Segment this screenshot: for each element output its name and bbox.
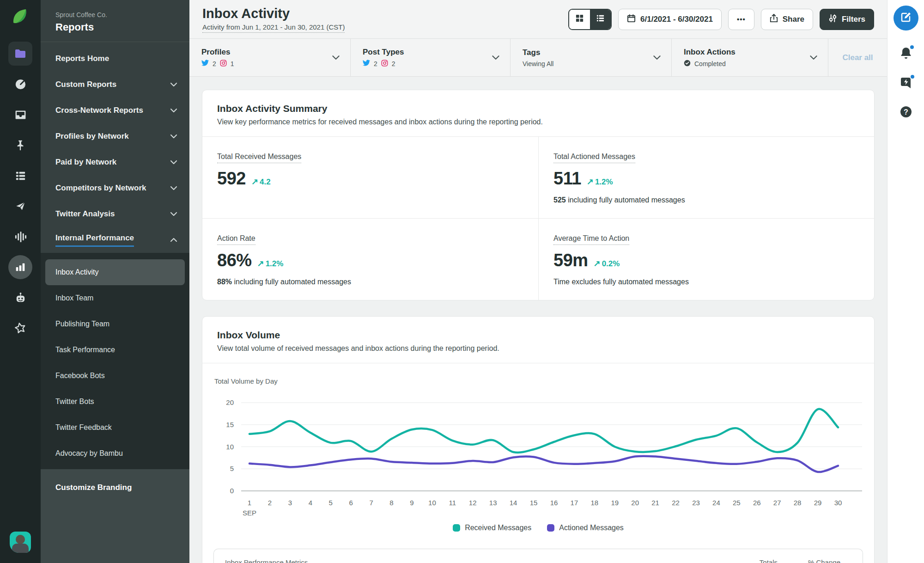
list-icon[interactable] (8, 164, 32, 188)
filter-bar: Profiles 2 1 Post Types 2 (189, 39, 887, 77)
sidebar-item-reports-home[interactable]: Reports Home (41, 46, 189, 72)
instagram-icon (381, 60, 388, 68)
chart-legend: Received Messages Actioned Messages (213, 519, 863, 544)
svg-text:27: 27 (773, 499, 781, 507)
sidebar-subitem-inbox-team[interactable]: Inbox Team (45, 285, 185, 311)
sidebar-subitem-twitter-feedback[interactable]: Twitter Feedback (45, 415, 185, 441)
share-icon (770, 14, 778, 25)
inbox-actions-filter[interactable]: Inbox Actions Completed (672, 39, 828, 76)
chevron-down-icon (170, 160, 177, 165)
sliders-icon (828, 14, 837, 25)
sidebar-item-profiles-by-network[interactable]: Profiles by Network (41, 123, 189, 149)
quick-actions-bubble-icon[interactable] (899, 76, 913, 90)
sidebar-item-cross-network-reports[interactable]: Cross-Network Reports (41, 98, 189, 123)
compose-icon (900, 11, 912, 25)
post-types-filter[interactable]: Post Types 2 2 (351, 39, 511, 76)
page-header: Inbox Activity Activity from Jun 1, 2021… (189, 0, 887, 39)
svg-text:28: 28 (794, 499, 802, 507)
svg-text:12: 12 (469, 499, 477, 507)
svg-text:29: 29 (814, 499, 822, 507)
check-circle-icon (684, 60, 691, 68)
legend-actioned-messages[interactable]: Actioned Messages (547, 524, 624, 532)
filters-button[interactable]: Filters (820, 9, 874, 30)
left-icon-rail (0, 0, 41, 563)
sidebar-nav-list: Reports Home Custom Reports Cross-Networ… (41, 42, 189, 253)
sprout-logo[interactable] (11, 7, 30, 28)
svg-text:5: 5 (329, 499, 333, 507)
sidebar-subitem-facebook-bots[interactable]: Facebook Bots (45, 363, 185, 389)
bot-icon[interactable] (8, 286, 32, 310)
svg-text:15: 15 (226, 421, 234, 428)
sidebar-subitem-advocacy-by-bambu[interactable]: Advocacy by Bambu (45, 441, 185, 466)
volume-card-subtitle: View total volume of received messages a… (217, 344, 859, 353)
sidebar-subitem-inbox-activity[interactable]: Inbox Activity (45, 259, 185, 285)
notification-badge (909, 44, 915, 50)
metric-note: 88% including fully automated messages (217, 278, 523, 286)
help-icon[interactable]: ? (900, 105, 912, 118)
publish-plane-icon[interactable] (8, 194, 32, 218)
svg-text:3: 3 (288, 499, 292, 507)
svg-text:5: 5 (230, 465, 234, 472)
report-content: Inbox Activity Summary View key performa… (189, 77, 887, 563)
metric-note: Time excludes fully automated messages (553, 278, 859, 286)
inbox-icon[interactable] (8, 103, 32, 127)
svg-text:4: 4 (309, 499, 312, 507)
notifications-bell-icon[interactable] (900, 46, 912, 60)
sidebar-item-custom-reports[interactable]: Custom Reports (41, 72, 189, 98)
summary-card-title: Inbox Activity Summary (217, 103, 859, 114)
sidebar-subitem-task-performance[interactable]: Task Performance (45, 337, 185, 363)
list-view-icon (596, 14, 605, 24)
sidebar-subitem-publishing-team[interactable]: Publishing Team (45, 311, 185, 337)
volume-card-title: Inbox Volume (217, 330, 859, 341)
more-options-button[interactable]: ••• (728, 9, 754, 30)
user-avatar[interactable] (10, 532, 31, 553)
tags-filter[interactable]: Tags Viewing All (511, 39, 672, 76)
column-percent-change: % Change (778, 558, 851, 563)
calendar-icon (627, 14, 636, 25)
column-totals: Totals (699, 558, 778, 563)
compose-button[interactable] (894, 6, 918, 31)
inbox-activity-summary-card: Inbox Activity Summary View key performa… (202, 90, 875, 300)
list-view-button[interactable] (590, 10, 611, 29)
svg-text:7: 7 (369, 499, 373, 507)
share-button[interactable]: Share (761, 9, 813, 30)
svg-text:24: 24 (712, 499, 720, 507)
twitter-icon (363, 60, 370, 67)
dashboard-icon[interactable] (8, 72, 32, 96)
chevron-down-icon (170, 186, 177, 190)
legend-received-messages[interactable]: Received Messages (453, 524, 531, 532)
profiles-filter[interactable]: Profiles 2 1 (189, 39, 351, 76)
customize-branding-link[interactable]: Customize Branding (41, 469, 189, 563)
volume-chart-svg: 2015105012345678910111213141516171819202… (213, 396, 865, 517)
date-range-button[interactable]: 6/1/2021 - 6/30/2021 (618, 9, 722, 30)
grid-view-button[interactable] (569, 10, 590, 29)
ellipsis-icon: ••• (737, 15, 746, 23)
sidebar-subitem-twitter-bots[interactable]: Twitter Bots (45, 389, 185, 415)
listening-wave-icon[interactable] (8, 225, 32, 249)
sidebar-item-paid-by-network[interactable]: Paid by Network (41, 149, 189, 175)
inbox-volume-card: Inbox Volume View total volume of receiv… (202, 316, 875, 563)
reports-sidebar: Sprout Coffee Co. Reports Reports Home C… (41, 0, 189, 563)
account-name: Sprout Coffee Co. (55, 11, 175, 18)
folders-icon[interactable] (8, 42, 32, 66)
svg-text:17: 17 (571, 499, 578, 507)
metric-total-received-messages: Total Received Messages 592 ↗4.2 (202, 137, 538, 218)
sidebar-item-twitter-analysis[interactable]: Twitter Analysis (41, 201, 189, 227)
metric-delta: ↗1.2% (257, 258, 284, 269)
reports-bar-chart-icon[interactable] (8, 255, 32, 279)
sidebar-item-competitors-by-network[interactable]: Competitors by Network (41, 175, 189, 201)
clear-all-button[interactable]: Clear all (842, 53, 873, 62)
sidebar-item-internal-performance[interactable]: Internal Performance (41, 227, 189, 253)
trend-up-icon: ↗ (251, 177, 258, 186)
pin-icon[interactable] (8, 133, 32, 157)
metric-delta: ↗1.2% (587, 177, 613, 187)
star-icon[interactable] (8, 316, 32, 340)
metric-action-rate: Action Rate 86% ↗1.2% 88% including full… (202, 218, 538, 300)
report-date-summary[interactable]: Activity from Jun 1, 2021 - Jun 30, 2021… (202, 23, 345, 33)
instagram-icon (220, 60, 227, 68)
view-toggle (568, 9, 612, 30)
svg-text:0: 0 (230, 487, 234, 495)
volume-chart-section: Total Volume by Day 20151050123456789101… (202, 363, 874, 547)
metric-average-time-to-action: Average Time to Action 59m ↗0.2% Time ex… (538, 218, 874, 300)
received-messages-swatch (453, 524, 460, 532)
